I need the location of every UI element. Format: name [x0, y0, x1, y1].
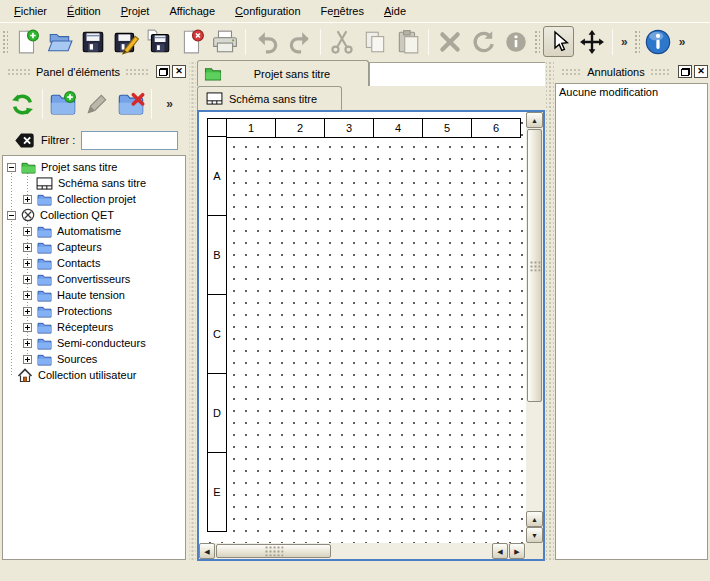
paste-icon	[395, 29, 421, 55]
tree-rail	[11, 167, 12, 376]
info-blue-icon	[644, 28, 672, 56]
collapse-icon[interactable]	[7, 163, 16, 172]
tree-item-collection-projet[interactable]: Collection projet	[3, 191, 185, 207]
tree-item-contacts[interactable]: Contacts	[3, 255, 185, 271]
tree-item-schema[interactable]: Schéma sans titre	[3, 175, 185, 191]
undo-panel-header: Annulations	[556, 62, 708, 81]
folder-icon	[37, 337, 52, 350]
select-mode-button[interactable]	[543, 26, 574, 57]
expand-icon[interactable]	[23, 323, 32, 332]
project-folder-icon	[21, 161, 36, 174]
undo-history-list: Aucune modification	[555, 83, 708, 560]
left-splitter-handle[interactable]	[189, 60, 196, 562]
save-button[interactable]	[77, 26, 108, 57]
menu-fichier[interactable]: Fichier	[4, 2, 57, 20]
tree-item-projet[interactable]: Projet sans titre	[3, 159, 185, 175]
ruler-corner-cell	[207, 118, 227, 138]
menu-projet[interactable]: Projet	[111, 2, 160, 20]
tree-item-automatisme[interactable]: Automatisme	[3, 223, 185, 239]
tree-item-collection-utilisateur[interactable]: Collection utilisateur	[3, 367, 185, 383]
collapse-icon[interactable]	[7, 211, 16, 220]
right-splitter-handle[interactable]	[546, 60, 554, 562]
thumb-grip	[264, 546, 283, 557]
expand-icon[interactable]	[23, 227, 32, 236]
open-button[interactable]	[44, 26, 75, 57]
clear-filter-button[interactable]	[14, 131, 35, 150]
expand-icon[interactable]	[23, 243, 32, 252]
dock-grip[interactable]	[650, 68, 671, 76]
elements-panel-title: Panel d'éléments	[36, 66, 120, 78]
vertical-scroll-thumb[interactable]	[527, 129, 542, 402]
new-document-button[interactable]	[11, 26, 42, 57]
expand-icon[interactable]	[23, 275, 32, 284]
tree-item-collection-qet[interactable]: Collection QET	[3, 207, 185, 223]
menu-edition[interactable]: Édition	[57, 2, 111, 20]
menu-bar: Fichier Édition Projet Affichage Configu…	[0, 0, 710, 22]
pan-mode-button[interactable]	[576, 26, 607, 57]
close-panel-button[interactable]	[694, 65, 708, 78]
menu-aide[interactable]: Aide	[374, 2, 416, 20]
scroll-up-button[interactable]	[526, 511, 543, 527]
tree-item-protections[interactable]: Protections	[3, 303, 185, 319]
filter-row: Filtrer :	[2, 127, 186, 153]
expand-icon[interactable]	[23, 355, 32, 364]
close-document-button[interactable]	[176, 26, 207, 57]
column-ruler: 1 2 3 4 5 6	[207, 118, 521, 138]
reload-collections-button[interactable]	[5, 87, 39, 121]
expand-icon[interactable]	[23, 259, 32, 268]
diagram-canvas[interactable]: 1 2 3 4 5 6 A B C D E	[199, 112, 526, 543]
toolbar-overflow-button[interactable]: »	[617, 35, 632, 49]
dock-grip[interactable]	[7, 68, 31, 76]
new-category-button[interactable]	[46, 87, 80, 121]
about-button[interactable]	[643, 26, 674, 57]
new-document-icon	[14, 29, 40, 55]
scroll-left-button[interactable]	[199, 543, 215, 559]
toolbar-grip[interactable]	[1, 29, 8, 55]
tree-item-semi-conducteurs[interactable]: Semi-conducteurs	[3, 335, 185, 351]
float-panel-button[interactable]	[156, 65, 170, 78]
menu-fenetres[interactable]: Fenêtres	[311, 2, 374, 20]
horizontal-scroll-thumb[interactable]	[216, 544, 331, 558]
expand-icon[interactable]	[23, 339, 32, 348]
project-folder-icon	[204, 66, 222, 81]
toolbar-grip[interactable]	[633, 29, 640, 55]
tab-schema-sans-titre[interactable]: Schéma sans titre	[197, 86, 342, 110]
vertical-scrollbar[interactable]	[526, 112, 543, 543]
tree-item-convertisseurs[interactable]: Convertisseurs	[3, 271, 185, 287]
menu-affichage[interactable]: Affichage	[159, 2, 225, 20]
tree-item-haute-tension[interactable]: Haute tension	[3, 287, 185, 303]
save-as-button[interactable]	[110, 26, 141, 57]
dock-grip[interactable]	[125, 68, 149, 76]
close-panel-button[interactable]	[172, 65, 186, 78]
copy-icon	[362, 29, 388, 55]
menu-configuration[interactable]: Configuration	[225, 2, 310, 20]
save-as-icon	[113, 29, 139, 55]
toolbar-grip[interactable]	[533, 29, 540, 55]
tree-item-recepteurs[interactable]: Récepteurs	[3, 319, 185, 335]
dock-grip[interactable]	[561, 68, 582, 76]
project-tab-bar: Projet sans titre	[197, 60, 545, 86]
panel-toolbar-separator	[42, 89, 43, 119]
scroll-up-button[interactable]	[526, 112, 543, 128]
expand-icon[interactable]	[23, 291, 32, 300]
float-panel-button[interactable]	[678, 65, 692, 78]
expand-icon[interactable]	[23, 307, 32, 316]
scroll-down-button[interactable]	[526, 527, 543, 543]
filter-input[interactable]	[81, 131, 178, 150]
scroll-right-button[interactable]	[509, 543, 525, 559]
expand-icon[interactable]	[23, 195, 32, 204]
scroll-left-button[interactable]	[492, 543, 508, 559]
row-ruler: A B C D E	[207, 137, 227, 532]
toolbar-overflow-button[interactable]: »	[675, 35, 690, 49]
horizontal-scrollbar[interactable]	[199, 543, 526, 559]
panel-overflow-button[interactable]: »	[162, 97, 177, 111]
undo-list-item[interactable]: Aucune modification	[556, 84, 707, 100]
delete-category-button[interactable]	[114, 87, 148, 121]
row-header: A	[207, 136, 227, 216]
save-all-button[interactable]	[143, 26, 174, 57]
print-button[interactable]	[209, 26, 240, 57]
tree-item-sources[interactable]: Sources	[3, 351, 185, 367]
tab-projet-sans-titre[interactable]: Projet sans titre	[197, 60, 369, 86]
column-header: 4	[373, 118, 423, 138]
tree-item-capteurs[interactable]: Capteurs	[3, 239, 185, 255]
